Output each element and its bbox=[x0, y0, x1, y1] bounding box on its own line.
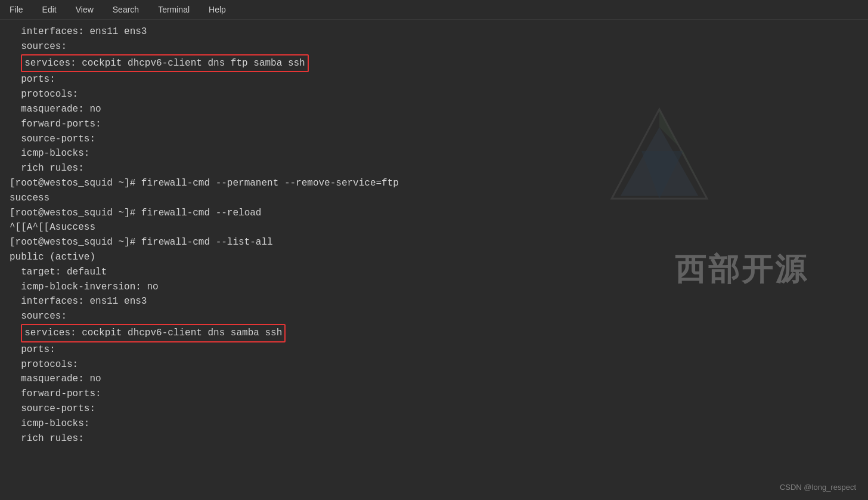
term-line-21: sources: bbox=[10, 309, 858, 324]
terminal-lines: interfaces: ens11 ens3 sources: services… bbox=[10, 24, 858, 446]
term-line-15: ^[[A^[[Asuccess bbox=[10, 220, 858, 235]
menu-help[interactable]: Help bbox=[205, 2, 230, 17]
term-line-14: [root@westos_squid ~]# firewall-cmd --re… bbox=[10, 206, 858, 221]
term-line-25: masquerade: no bbox=[10, 372, 858, 387]
menu-edit[interactable]: Edit bbox=[39, 2, 60, 17]
terminal-content[interactable]: interfaces: ens11 ens3 sources: services… bbox=[0, 20, 868, 500]
line-prefix bbox=[10, 58, 21, 69]
term-line-5: protocols: bbox=[10, 87, 858, 102]
term-line-9: icmp-blocks: bbox=[10, 146, 858, 161]
term-line-29: rich rules: bbox=[10, 431, 858, 446]
term-line-3: services: cockpit dhcpv6-client dns ftp … bbox=[10, 54, 858, 73]
term-line-23: ports: bbox=[10, 342, 858, 357]
term-line-6: masquerade: no bbox=[10, 102, 858, 117]
term-line-12: [root@westos_squid ~]# firewall-cmd --pe… bbox=[10, 176, 858, 191]
menu-view[interactable]: View bbox=[72, 2, 97, 17]
term-line-10: rich rules: bbox=[10, 161, 858, 176]
highlighted-services: services: cockpit dhcpv6-client dns ftp … bbox=[21, 54, 308, 73]
watermark-logo bbox=[606, 103, 713, 223]
term-line-27: source-ports: bbox=[10, 402, 858, 416]
term-line-22: services: cockpit dhcpv6-client dns samb… bbox=[10, 324, 858, 342]
watermark-text: 西部开源 bbox=[675, 246, 808, 293]
menu-file[interactable]: File bbox=[6, 2, 27, 17]
term-line-8: source-ports: bbox=[10, 132, 858, 147]
term-line-13: success bbox=[10, 191, 858, 206]
line-prefix bbox=[10, 328, 21, 338]
term-line-20: interfaces: ens11 ens3 bbox=[10, 294, 858, 309]
menubar: File Edit View Search Terminal Help bbox=[0, 0, 868, 20]
term-line-4: ports: bbox=[10, 72, 858, 87]
term-line-2: sources: bbox=[10, 39, 858, 54]
term-line-28: icmp-blocks: bbox=[10, 416, 858, 431]
highlighted-services: services: cockpit dhcpv6-client dns samb… bbox=[21, 324, 286, 342]
term-line-1: interfaces: ens11 ens3 bbox=[10, 24, 858, 39]
term-line-26: forward-ports: bbox=[10, 387, 858, 402]
menu-terminal[interactable]: Terminal bbox=[154, 2, 193, 17]
csdn-label: CSDN @long_respect bbox=[780, 482, 856, 493]
term-line-24: protocols: bbox=[10, 357, 858, 372]
menu-search[interactable]: Search bbox=[109, 2, 142, 17]
term-line-7: forward-ports: bbox=[10, 117, 858, 132]
